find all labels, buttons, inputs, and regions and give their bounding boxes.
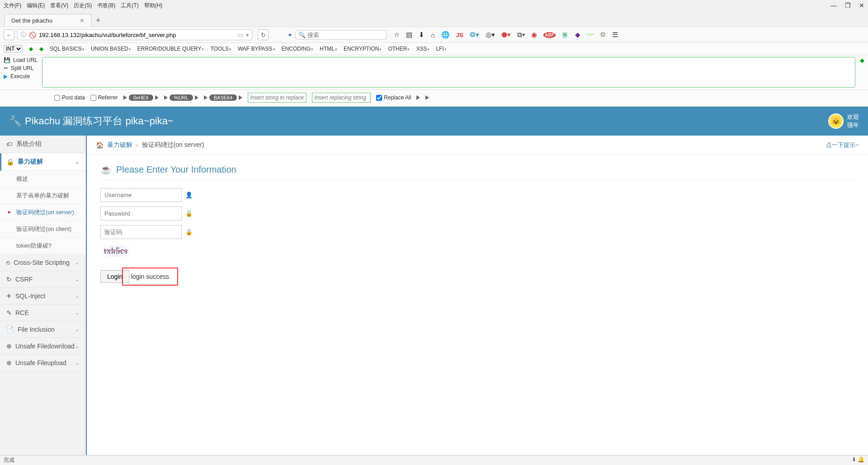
hackbar-body: 💾Load URL ✂Split URL ▶Execute ◆	[0, 55, 868, 90]
browser-tab[interactable]: Get the pikachu ✕	[5, 14, 91, 27]
menu-bookmarks[interactable]: 书签(B)	[97, 2, 115, 9]
identity-icon[interactable]: ⓘ	[20, 31, 26, 39]
abp-icon[interactable]: ABP	[543, 32, 556, 38]
hackbar-options: Post data Referrer 0xHEX %URL BASE64 Rep…	[0, 90, 868, 107]
menu-tools[interactable]: 工具(T)	[121, 2, 138, 9]
hb-split-url[interactable]: ✂Split URL	[4, 65, 38, 71]
hb-tools[interactable]: TOOLS	[210, 46, 231, 52]
gear-icon[interactable]: ⚙	[600, 31, 606, 39]
hb-encoding[interactable]: ENCODING	[282, 46, 314, 52]
hb-chip-hex[interactable]: 0xHEX	[129, 94, 153, 101]
plane-icon: ✈	[6, 292, 12, 300]
hb-waf[interactable]: WAF BYPASS	[238, 46, 275, 52]
sidebar-fileinc[interactable]: 📄File Inclusion⌄	[0, 321, 85, 338]
globe-icon[interactable]: 🌐	[441, 31, 450, 39]
dropdown-icon[interactable]: ▾	[246, 32, 249, 38]
sidebar-xss[interactable]: ⎋Cross-Site Scripting⌄	[0, 254, 85, 271]
new-tab-button[interactable]: +	[96, 16, 101, 25]
menu-file[interactable]: 文件(F)	[4, 2, 21, 9]
diamond-icon[interactable]: ◆	[575, 31, 580, 39]
hb-int-select[interactable]: INT	[4, 45, 23, 53]
avatar[interactable]: 😺	[828, 113, 844, 129]
url-input[interactable]	[39, 32, 235, 38]
color-icon[interactable]: ❂▾	[470, 31, 479, 39]
back-button[interactable]: ←	[4, 29, 14, 40]
app-header: 🔧 Pikachu 漏洞练习平台 pika~pika~ 😺 欢迎 骚年	[0, 107, 868, 136]
menu-help[interactable]: 帮助(H)	[144, 2, 163, 9]
hb-replace-all[interactable]: Replace All	[376, 94, 411, 101]
wave-icon[interactable]: 〰	[587, 31, 594, 39]
browser-tabbar: Get the pikachu ✕ +	[0, 11, 868, 27]
upload-icon: ⊕	[6, 359, 12, 366]
hb-postdata[interactable]: Post data	[54, 94, 85, 101]
download-icon[interactable]: ⬇	[419, 31, 425, 39]
captcha-input[interactable]	[100, 225, 182, 239]
hb-other[interactable]: OTHER	[388, 46, 410, 52]
refresh-icon: ↻	[6, 276, 12, 283]
hb-execute[interactable]: ▶Execute	[4, 73, 38, 80]
search-input[interactable]	[307, 32, 383, 38]
window-icon[interactable]: ⧉▾	[517, 31, 525, 39]
menu-view[interactable]: 查看(V)	[50, 2, 68, 9]
hb-referrer[interactable]: Referrer	[90, 94, 118, 101]
window-close[interactable]: ✕	[859, 2, 864, 9]
sub-form[interactable]: 基于表单的暴力破解	[0, 188, 85, 204]
star-icon[interactable]: ☆	[394, 31, 400, 39]
sidebar-sqli[interactable]: ✈SQL-Inject⌄	[0, 288, 85, 305]
ext-icon[interactable]: ✦	[288, 32, 292, 38]
menu-history[interactable]: 历史(S)	[74, 2, 92, 9]
hb-replace-src[interactable]	[248, 93, 307, 103]
hb-sql[interactable]: SQL BASICS	[50, 46, 85, 52]
hb-union[interactable]: UNION BASED	[91, 46, 131, 52]
username-input[interactable]	[100, 188, 182, 202]
os-menubar: 文件(F) 编辑(E) 查看(V) 历史(S) 书签(B) 工具(T) 帮助(H…	[0, 0, 868, 11]
sidebar-intro[interactable]: 🏷系统介绍	[0, 136, 85, 153]
window-maximize[interactable]: ❐	[845, 2, 851, 9]
target-icon[interactable]: ◎▾	[486, 31, 495, 39]
hb-chip-url[interactable]: %URL	[170, 94, 193, 101]
shield-icon[interactable]: ⛨	[562, 31, 569, 39]
hb-html[interactable]: HTML	[320, 46, 337, 52]
sidebar-csrf[interactable]: ↻CSRF⌄	[0, 271, 85, 288]
red-icon[interactable]: ⬣▾	[501, 31, 511, 39]
sub-server[interactable]: 验证码绕过(on server)	[0, 204, 85, 221]
sidebar: 🏷系统介绍 🔒暴力破解 ⌄ 概述 基于表单的暴力破解 验证码绕过(on serv…	[0, 136, 86, 465]
reader-icon[interactable]: ▭	[238, 32, 243, 38]
window-minimize[interactable]: —	[830, 2, 837, 9]
menu-edit[interactable]: 编辑(E)	[27, 2, 45, 9]
hb-encryption[interactable]: ENCRYPTION	[344, 46, 382, 52]
password-input[interactable]	[100, 207, 182, 221]
sub-client[interactable]: 验证码绕过(on client)	[0, 221, 85, 238]
crumb-brute[interactable]: 暴力破解	[107, 141, 132, 149]
hamburger-icon[interactable]: ☰	[612, 31, 618, 39]
lock2-icon: 🔒	[185, 210, 193, 217]
statusbar: 完成 ⬇ 🔔	[0, 455, 868, 465]
sidebar-rce[interactable]: ✎RCE⌄	[0, 305, 85, 321]
js-icon[interactable]: JS	[456, 32, 463, 38]
home-icon[interactable]: 🏠	[96, 141, 104, 149]
sidebar-fdl[interactable]: ⊕Unsafe Filedownload⌄	[0, 338, 85, 355]
search-box[interactable]: 🔍	[295, 30, 387, 40]
url-box[interactable]: ⓘ 🚫 ▭ ▾	[17, 29, 252, 40]
hb-load-url[interactable]: 💾Load URL	[4, 57, 38, 63]
hb-error[interactable]: ERROR/DOUBLE QUERY	[137, 46, 204, 52]
hb-lfi[interactable]: LFI	[436, 46, 446, 52]
hb-chip-b64[interactable]: BASE64	[209, 94, 237, 101]
sidebar-brute[interactable]: 🔒暴力破解 ⌄	[0, 153, 85, 171]
library-icon[interactable]: ▤	[406, 31, 412, 39]
reload-button[interactable]: ↻	[258, 29, 269, 40]
nohttps-icon: 🚫	[29, 32, 36, 38]
circle-icon[interactable]: ◉	[531, 31, 537, 39]
captcha-image[interactable]: txh5cs	[100, 245, 132, 257]
sub-token[interactable]: token防爆破?	[0, 238, 85, 254]
form-title: ☕ Please Enter Your Information	[100, 164, 854, 180]
tab-close-icon[interactable]: ✕	[80, 17, 85, 24]
hb-xss[interactable]: XSS	[416, 46, 429, 52]
home-icon[interactable]: ⌂	[431, 31, 435, 39]
hb-replace-dst[interactable]	[312, 93, 371, 103]
sidebar-ful[interactable]: ⊕Unsafe Fileupload⌄	[0, 355, 85, 371]
sub-overview[interactable]: 概述	[0, 171, 85, 188]
hint-link[interactable]: 点一下提示~	[826, 141, 859, 149]
browser-navbar: ← ⓘ 🚫 ▭ ▾ ↻ ✦ 🔍 ☆ ▤ ⬇ ⌂ 🌐 JS ❂▾ ◎▾ ⬣▾ ⧉▾…	[0, 27, 868, 43]
hb-textarea[interactable]	[42, 57, 855, 88]
